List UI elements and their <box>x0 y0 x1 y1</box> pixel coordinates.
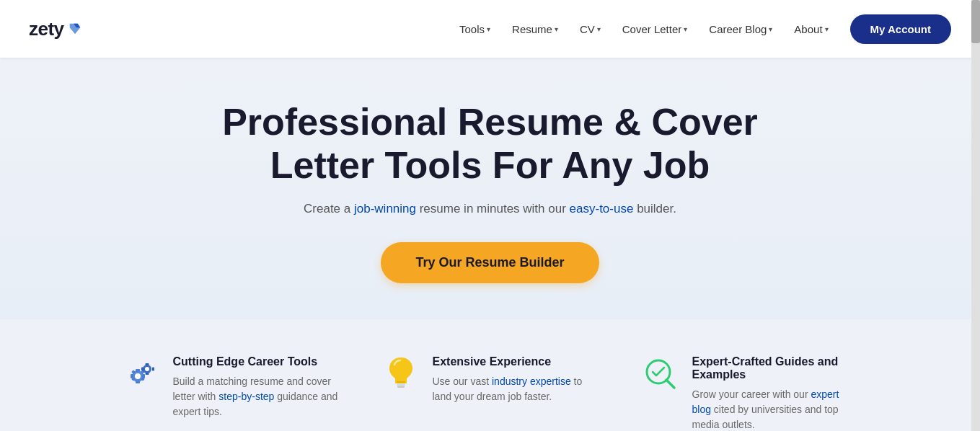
chevron-down-icon: ▾ <box>555 25 558 33</box>
svg-rect-17 <box>152 367 154 370</box>
svg-rect-16 <box>141 367 144 370</box>
bulb-icon <box>382 355 420 393</box>
feature-item-career-tools: Cutting Edge Career Tools Build a matchi… <box>123 355 339 431</box>
svg-rect-21 <box>397 386 405 388</box>
svg-line-23 <box>666 380 674 388</box>
nav-item-tools[interactable]: Tools ▾ <box>451 17 499 41</box>
magnifier-check-icon <box>642 355 679 393</box>
chevron-down-icon: ▾ <box>825 25 829 33</box>
svg-rect-15 <box>145 373 149 375</box>
feature-title-experience: Extensive Experience <box>433 355 599 368</box>
feature-item-experience: Extensive Experience Use our vast indust… <box>382 355 599 431</box>
logo[interactable]: zety <box>29 18 83 40</box>
hero-subtitle: Create a job-winning resume in minutes w… <box>29 202 951 216</box>
feature-desc-guides: Grow your career with our expert blog ci… <box>692 387 858 431</box>
feature-desc-experience: Use our vast industry expertise to land … <box>433 374 599 404</box>
chevron-down-icon: ▾ <box>597 25 601 33</box>
svg-rect-5 <box>136 381 140 383</box>
cta-resume-builder-button[interactable]: Try Our Resume Builder <box>381 242 599 283</box>
feature-title-career-tools: Cutting Edge Career Tools <box>173 355 339 368</box>
feature-title-guides: Expert-Crafted Guides and Examples <box>692 355 858 381</box>
main-nav: Tools ▾ Resume ▾ CV ▾ Cover Letter ▾ Car… <box>451 14 951 44</box>
chevron-down-icon: ▾ <box>769 25 772 33</box>
hero-section: Professional Resume & Cover Letter Tools… <box>0 58 980 319</box>
gear-icon <box>123 355 160 393</box>
nav-item-about[interactable]: About ▾ <box>785 17 836 41</box>
logo-text: zety <box>29 18 64 40</box>
svg-point-3 <box>135 373 141 379</box>
hero-title: Professional Resume & Cover Letter Tools… <box>209 101 772 187</box>
chevron-down-icon: ▾ <box>684 25 687 33</box>
nav-item-cover-letter[interactable]: Cover Letter ▾ <box>614 17 697 41</box>
header: zety Tools ▾ Resume ▾ CV ▾ Cover Letter … <box>0 0 980 58</box>
nav-item-career-blog[interactable]: Career Blog ▾ <box>700 17 781 41</box>
svg-rect-4 <box>136 369 140 372</box>
logo-icon <box>67 21 83 37</box>
svg-rect-20 <box>397 383 405 386</box>
svg-rect-14 <box>145 363 149 365</box>
my-account-button[interactable]: My Account <box>850 14 951 44</box>
nav-item-resume[interactable]: Resume ▾ <box>503 17 567 41</box>
chevron-down-icon: ▾ <box>487 25 490 33</box>
feature-item-guides: Expert-Crafted Guides and Examples Grow … <box>642 355 858 431</box>
svg-point-13 <box>145 367 149 371</box>
scrollbar[interactable] <box>971 0 980 431</box>
nav-item-cv[interactable]: CV ▾ <box>571 17 609 41</box>
scrollbar-thumb[interactable] <box>971 0 980 43</box>
feature-desc-career-tools: Build a matching resume and cover letter… <box>173 374 339 419</box>
features-section: Cutting Edge Career Tools Build a matchi… <box>0 319 980 431</box>
